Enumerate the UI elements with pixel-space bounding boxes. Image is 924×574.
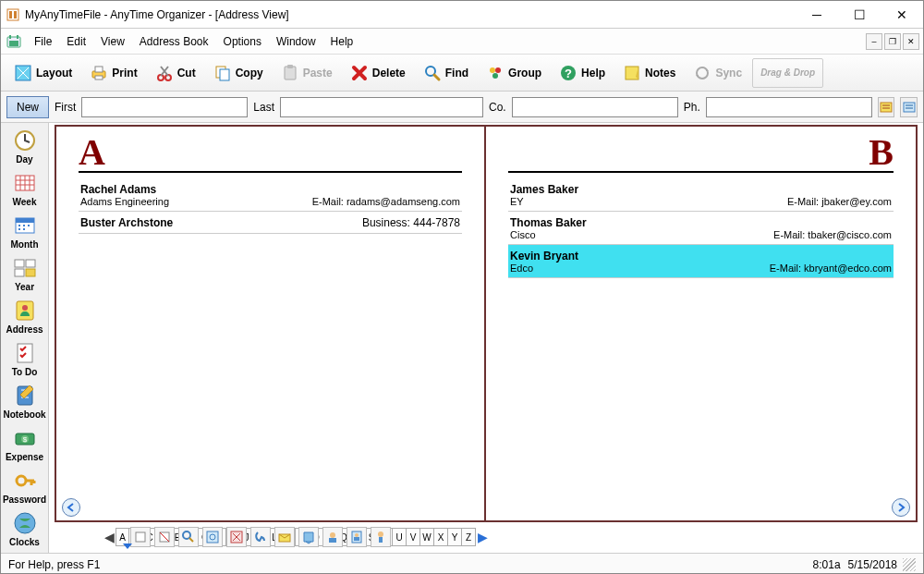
sidebar-item-to-do[interactable]: To Do — [1, 337, 48, 380]
copy-button[interactable]: Copy — [206, 58, 270, 88]
prev-page-button[interactable] — [62, 498, 80, 517]
password-icon — [12, 468, 38, 494]
layout-button[interactable]: Layout — [6, 58, 79, 88]
bottom-tool-11-button[interactable] — [371, 527, 391, 547]
alpha-tab-y[interactable]: Y — [448, 529, 462, 545]
contact-company: Adams Engineering — [80, 196, 169, 207]
sidebar-item-label: Week — [13, 197, 37, 207]
menu-edit[interactable]: Edit — [59, 31, 93, 52]
bottom-tool-4-button[interactable] — [202, 527, 223, 547]
sidebar-item-address[interactable]: Address — [1, 295, 48, 337]
svg-point-50 — [330, 532, 335, 538]
first-input[interactable] — [81, 97, 248, 117]
cut-icon — [154, 63, 175, 83]
menu-window[interactable]: Window — [269, 31, 323, 52]
bottom-tool-7-button[interactable] — [274, 527, 295, 547]
alpha-tab-z[interactable]: Z — [462, 529, 476, 545]
sidebar-item-notebook[interactable]: Notebook — [1, 380, 48, 422]
address-book: A Rachel Adams Adams Engineering E-Mail:… — [55, 125, 918, 522]
svg-rect-32 — [15, 269, 24, 276]
app-menu-icon[interactable] — [5, 32, 23, 51]
contact-entry[interactable]: Rachel Adams Adams Engineering E-Mail: r… — [79, 178, 462, 212]
cut-button[interactable]: Cut — [148, 58, 202, 88]
svg-point-55 — [378, 531, 383, 537]
copy-icon — [213, 63, 233, 83]
phone-input[interactable] — [706, 97, 872, 117]
alpha-prev-button[interactable]: ◀ — [103, 528, 116, 546]
contact-entry[interactable]: Kevin Bryant Edco E-Mail: kbryant@edco.c… — [508, 245, 894, 278]
svg-point-20 — [492, 73, 498, 79]
filter-tool-2-button[interactable] — [900, 97, 918, 117]
sidebar-item-password[interactable]: Password — [1, 465, 48, 507]
find-button[interactable]: Find — [416, 58, 475, 88]
alpha-tab-x[interactable]: X — [434, 529, 448, 545]
svg-rect-6 — [9, 41, 18, 46]
contact-entry[interactable]: Thomas Baker Cisco E-Mail: tbaker@cisco.… — [508, 212, 894, 245]
filter-tool-1-button[interactable] — [878, 97, 895, 117]
sidebar-item-label: Month — [11, 239, 39, 250]
mdi-restore-button[interactable]: ❐ — [884, 33, 901, 50]
contact-entry[interactable]: James Baker EY E-Mail: jbaker@ey.com — [508, 178, 894, 212]
mdi-minimize-button[interactable]: – — [866, 33, 882, 50]
svg-point-18 — [490, 67, 495, 73]
svg-rect-2 — [14, 11, 17, 18]
company-input[interactable] — [512, 97, 678, 117]
title-bar: MyAnyTimeFile - AnyTime Organizer - [Add… — [1, 1, 923, 29]
new-button[interactable]: New — [6, 96, 49, 118]
sync-button[interactable]: Sync — [686, 58, 748, 88]
contact-name: Kevin Bryant — [510, 250, 578, 263]
notes-button[interactable]: Notes — [615, 58, 682, 88]
contact-entry[interactable]: Buster Archstone Business: 444-7878 — [79, 212, 462, 234]
svg-text:$: $ — [22, 435, 27, 444]
svg-rect-51 — [329, 538, 336, 543]
bottom-tool-2-button[interactable] — [154, 527, 175, 547]
menu-address-book[interactable]: Address Book — [132, 31, 216, 52]
svg-rect-10 — [95, 76, 103, 79]
paste-button[interactable]: Paste — [274, 58, 339, 88]
sidebar-item-label: Password — [3, 495, 46, 505]
svg-rect-0 — [7, 9, 18, 20]
next-page-button[interactable] — [892, 498, 910, 517]
sidebar-item-month[interactable]: Month — [1, 210, 48, 252]
alpha-tab-w[interactable]: W — [420, 529, 434, 545]
sidebar-item-expense[interactable]: $Expense — [1, 422, 48, 465]
menu-options[interactable]: Options — [216, 31, 269, 52]
sidebar-item-clocks[interactable]: Clocks — [1, 507, 48, 550]
svg-rect-31 — [26, 260, 35, 267]
minimize-button[interactable]: ─ — [796, 1, 838, 29]
maximize-button[interactable]: ☐ — [838, 1, 881, 29]
bottom-tool-8-button[interactable] — [298, 527, 319, 547]
group-button[interactable]: Group — [479, 58, 548, 88]
bottom-tool-5-button[interactable] — [226, 527, 247, 547]
menu-help[interactable]: Help — [323, 31, 361, 52]
menu-view[interactable]: View — [93, 31, 132, 52]
sidebar-item-year[interactable]: Year — [1, 252, 48, 295]
svg-point-41 — [17, 476, 26, 485]
sidebar-item-day[interactable]: Day — [1, 125, 48, 167]
sidebar-item-week[interactable]: Week — [1, 167, 48, 210]
close-button[interactable]: ✕ — [881, 1, 923, 29]
bottom-tool-10-button[interactable] — [346, 527, 367, 547]
ph-label: Ph. — [684, 101, 700, 114]
first-label: First — [55, 101, 76, 114]
paste-icon — [280, 63, 300, 83]
alpha-next-button[interactable]: ▶ — [476, 528, 489, 546]
delete-icon — [349, 63, 370, 83]
help-button[interactable]: ?Help — [552, 58, 612, 88]
print-button[interactable]: Print — [82, 58, 143, 88]
alpha-tab-u[interactable]: U — [393, 529, 407, 545]
contact-name: James Baker — [510, 183, 578, 196]
bottom-tool-9-button[interactable] — [322, 527, 343, 547]
delete-button[interactable]: Delete — [343, 58, 412, 88]
bottom-tool-3-button[interactable] — [178, 527, 199, 547]
co-label: Co. — [489, 101, 506, 114]
bottom-tool-6-button[interactable] — [250, 527, 271, 547]
last-input[interactable] — [280, 97, 483, 117]
bottom-tool-1-button[interactable] — [130, 527, 151, 547]
dragdrop-button[interactable]: Drag & Drop — [752, 58, 823, 88]
alpha-tab-v[interactable]: V — [407, 529, 420, 545]
resize-grip[interactable] — [903, 558, 916, 571]
mdi-close-button[interactable]: ✕ — [903, 33, 919, 50]
menu-file[interactable]: File — [27, 31, 59, 52]
alphabet-nav: ◀ ABCDEFGHIJKLMNOPQRSTUVWXYZ ▶ — [49, 522, 923, 552]
